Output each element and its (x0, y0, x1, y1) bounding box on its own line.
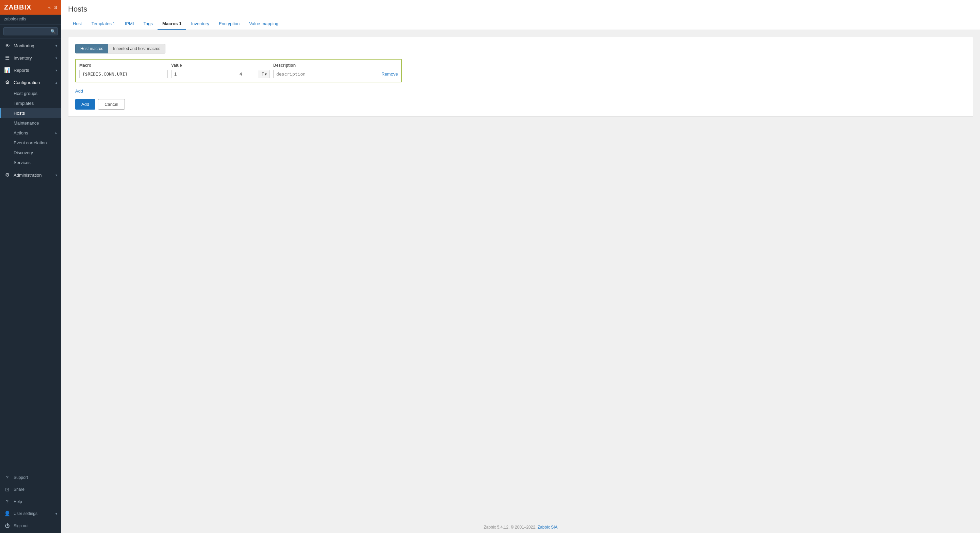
sidebar-item-event-correlation[interactable]: Event correlation (0, 138, 61, 148)
sidebar-item-configuration[interactable]: ⚙ Configuration ▴ (0, 76, 61, 89)
chevron-up-icon: ▴ (56, 81, 57, 84)
add-button[interactable]: Add (75, 99, 95, 110)
reports-icon: 📊 (4, 67, 10, 73)
main-content: Hosts Host Templates 1 IPMI Tags Macros … (61, 0, 980, 533)
form-actions: Add Cancel (75, 99, 966, 110)
nav-sub-label: Maintenance (14, 121, 39, 126)
tab-tags[interactable]: Tags (139, 18, 158, 30)
sidebar-item-host-groups[interactable]: Host groups (0, 89, 61, 99)
macro-table: Macro Value Description T ▾ (75, 59, 402, 83)
share-icon: ⊡ (4, 486, 10, 493)
configuration-icon: ⚙ (4, 79, 10, 86)
nav-sub-label: Event correlation (14, 140, 47, 145)
nav-main: 👁 Monitoring ▾ ☰ Inventory ▾ 📊 Reports ▾… (0, 38, 61, 169)
sidebar-item-services[interactable]: Services (0, 158, 61, 167)
type-label: T (262, 72, 264, 76)
sidebar-item-label: Share (14, 487, 57, 492)
remove-link[interactable]: Remove (382, 72, 398, 76)
col-header-value: Value (171, 63, 270, 68)
sidebar-logo-icons: « ⊡ (48, 5, 57, 10)
tab-ipmi[interactable]: IPMI (120, 18, 139, 30)
chevron-down-icon: ▾ (265, 72, 267, 76)
sidebar-item-label: Help (14, 499, 57, 504)
sidebar-item-administration[interactable]: ⚙ Administration ▾ (0, 169, 61, 181)
sidebar-item-label: User settings (14, 511, 52, 516)
value-separator (234, 73, 237, 76)
chevron-right-icon: ▸ (56, 131, 57, 135)
macro-toggle: Host macros Inherited and host macros (75, 44, 966, 53)
user-icon: 👤 (4, 511, 10, 517)
sidebar-item-label: Administration (14, 173, 52, 178)
search-icon[interactable]: 🔍 (50, 29, 56, 34)
macro-table-header: Macro Value Description (79, 63, 398, 68)
sidebar-item-label: Inventory (14, 56, 52, 60)
nav-sub-label: Actions (14, 130, 28, 135)
footer: Zabbix 5.4.12. © 2001–2022, Zabbix SIA (61, 522, 980, 533)
inventory-icon: ☰ (4, 55, 10, 61)
sidebar-logo: ZABBIX « ⊡ (0, 0, 61, 14)
sidebar-item-label: Monitoring (14, 43, 52, 48)
sidebar: ZABBIX « ⊡ zabbix-redis 🔍 👁 Monitoring ▾… (0, 0, 61, 533)
col-header-macro: Macro (79, 63, 168, 68)
sidebar-item-label: Configuration (14, 80, 52, 85)
sidebar-item-label: Support (14, 475, 57, 480)
macro-name-input[interactable] (79, 70, 168, 78)
search-input[interactable] (3, 27, 58, 35)
footer-text: Zabbix 5.4.12. © 2001–2022, (484, 525, 536, 530)
cancel-button[interactable]: Cancel (98, 99, 124, 110)
sidebar-item-maintenance[interactable]: Maintenance (0, 118, 61, 128)
sidebar-item-discovery[interactable]: Discovery (0, 148, 61, 158)
sidebar-bottom: ? Support ⊡ Share ? Help 👤 User settings… (0, 470, 61, 533)
tab-templates[interactable]: Templates 1 (87, 18, 120, 30)
page-header: Hosts Host Templates 1 IPMI Tags Macros … (61, 0, 980, 30)
form-card: Host macros Inherited and host macros Ma… (68, 37, 973, 117)
sidebar-item-label: Sign out (14, 523, 57, 528)
chevron-down-icon: ▾ (56, 44, 57, 48)
administration-icon: ⚙ (4, 172, 10, 178)
table-row: T ▾ Remove (79, 70, 398, 78)
add-macro-link[interactable]: Add (75, 89, 83, 94)
fullscreen-icon[interactable]: ⊡ (53, 5, 57, 10)
monitoring-icon: 👁 (4, 43, 10, 49)
chevron-down-icon: ▾ (56, 56, 57, 60)
sidebar-item-inventory[interactable]: ☰ Inventory ▾ (0, 52, 61, 64)
sidebar-item-actions[interactable]: Actions ▸ (0, 128, 61, 138)
value-wrap: T ▾ (171, 70, 270, 78)
tab-inventory[interactable]: Inventory (186, 18, 214, 30)
macro-value-input-2[interactable] (237, 70, 259, 78)
macro-value-input[interactable] (172, 70, 234, 78)
tab-host[interactable]: Host (68, 18, 87, 30)
value-type-button[interactable]: T ▾ (259, 70, 269, 78)
nav-sub-label: Host groups (14, 91, 37, 96)
tab-encryption[interactable]: Encryption (214, 18, 244, 30)
page-title: Hosts (68, 5, 973, 14)
logo-text: ZABBIX (4, 3, 31, 11)
content-area: Host macros Inherited and host macros Ma… (61, 30, 980, 522)
footer-link[interactable]: Zabbix SIA (538, 525, 558, 530)
chevron-down-icon: ▾ (56, 68, 57, 72)
chevron-down-icon: ▾ (56, 173, 57, 177)
tab-value-mapping[interactable]: Value mapping (244, 18, 283, 30)
sidebar-item-monitoring[interactable]: 👁 Monitoring ▾ (0, 40, 61, 52)
signout-icon: ⏻ (4, 523, 10, 528)
sidebar-item-templates[interactable]: Templates (0, 99, 61, 108)
nav-sub-label: Hosts (14, 111, 25, 116)
nav-sub-label: Templates (14, 101, 34, 106)
sidebar-item-hosts[interactable]: Hosts (0, 108, 61, 118)
sidebar-item-sign-out[interactable]: ⏻ Sign out (0, 520, 61, 531)
nav-sub-label: Discovery (14, 150, 33, 155)
macro-description-input[interactable] (273, 70, 375, 78)
help-icon: ? (4, 499, 10, 504)
support-icon: ? (4, 474, 10, 480)
inherited-macros-button[interactable]: Inherited and host macros (108, 44, 165, 53)
tab-macros[interactable]: Macros 1 (158, 18, 186, 30)
sidebar-item-help[interactable]: ? Help (0, 496, 61, 508)
sidebar-search-container: 🔍 (0, 24, 61, 38)
sidebar-item-user-settings[interactable]: 👤 User settings ▾ (0, 508, 61, 520)
host-macros-button[interactable]: Host macros (75, 44, 108, 53)
sidebar-item-support[interactable]: ? Support (0, 471, 61, 483)
sidebar-item-label: Reports (14, 68, 52, 73)
collapse-icon[interactable]: « (48, 5, 51, 10)
sidebar-item-reports[interactable]: 📊 Reports ▾ (0, 64, 61, 76)
sidebar-item-share[interactable]: ⊡ Share (0, 483, 61, 496)
